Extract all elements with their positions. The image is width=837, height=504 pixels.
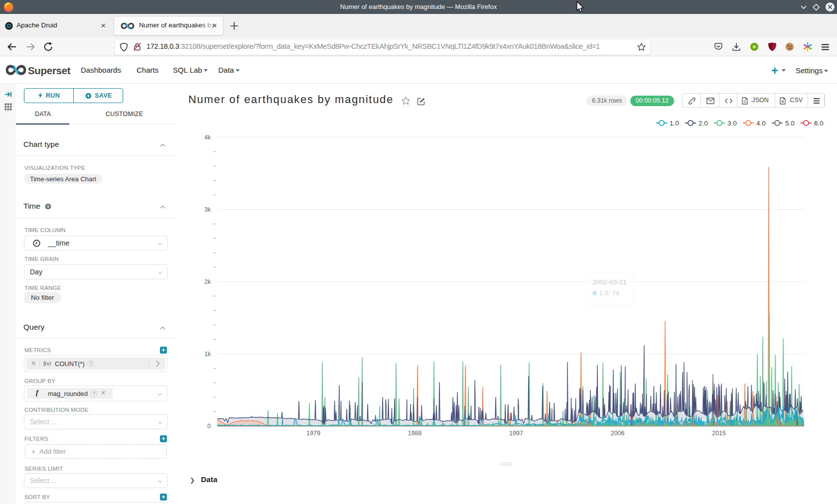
svg-text:2006: 2006 — [611, 430, 625, 437]
svg-text:2k: 2k — [204, 278, 211, 285]
svg-text:1988: 1988 — [408, 430, 422, 437]
svg-text:1k: 1k — [204, 351, 211, 358]
svg-text:1979: 1979 — [306, 430, 320, 437]
svg-text:?: ? — [93, 391, 96, 396]
svg-text:2015: 2015 — [712, 430, 726, 437]
svg-text:0: 0 — [207, 423, 211, 430]
svg-text:?: ? — [90, 361, 92, 366]
svg-text:1997: 1997 — [509, 430, 523, 437]
svg-text:4k: 4k — [204, 134, 211, 141]
svg-text:3k: 3k — [204, 206, 211, 213]
